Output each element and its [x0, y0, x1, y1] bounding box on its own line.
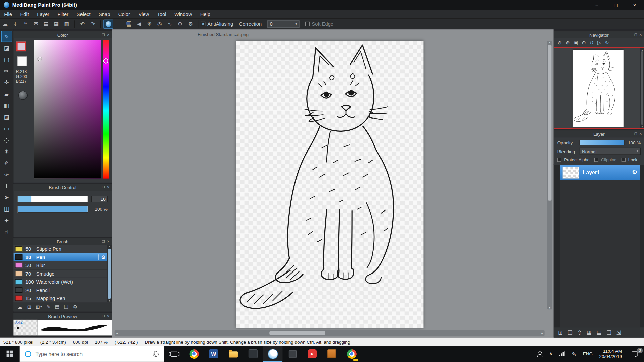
scroll-down-icon[interactable]: ▾ — [549, 306, 550, 309]
grid-icon[interactable]: ▦ — [51, 19, 62, 28]
pen-tool[interactable]: ✎ — [1, 31, 12, 42]
taskbar-app-explorer[interactable] — [223, 346, 243, 362]
layer-row-selected[interactable]: Layer1 ⚙ — [560, 165, 640, 180]
close-icon[interactable]: ✕ — [107, 185, 110, 189]
taskbar-app-dark[interactable] — [243, 346, 263, 362]
close-icon[interactable]: ✕ — [639, 132, 642, 136]
brush-item-pen-selected[interactable]: 10 Pen ⚙ — [13, 253, 107, 261]
drawing-canvas[interactable] — [236, 41, 423, 328]
taskbar-app-word[interactable]: W — [204, 346, 223, 362]
menu-tool[interactable]: Tool — [153, 10, 170, 18]
rotate-cw-icon[interactable]: ↻ — [605, 40, 609, 46]
brush-settings-gear-icon[interactable]: ⚙ — [98, 254, 106, 260]
taskbar-app-orange[interactable] — [322, 346, 342, 362]
task-view-button[interactable] — [164, 346, 184, 362]
menu-filter[interactable]: Filter — [53, 10, 72, 18]
scrollbar-thumb[interactable] — [548, 45, 551, 200]
canvas-horizontal-scrollbar[interactable]: ◂ ▸ — [115, 330, 545, 336]
clipping-checkbox[interactable] — [594, 158, 598, 162]
brush-opacity-slider[interactable] — [18, 206, 88, 213]
divide-tool[interactable]: ◫ — [1, 203, 12, 214]
menu-color[interactable]: Color — [114, 10, 135, 18]
canvas-workspace[interactable]: Finished Starclan cat.png ▴ ▾ ◂ ▸ — [112, 29, 553, 337]
brush-item-watercolor[interactable]: 100 Watercolor (Wet) — [13, 278, 107, 286]
maximize-button[interactable]: □ — [606, 0, 625, 10]
eyedropper-tool[interactable]: ✦ — [1, 215, 12, 226]
menu-select[interactable]: Select — [72, 10, 94, 18]
show-hidden-icons-button[interactable]: ∧ — [546, 346, 556, 362]
scrollbar-thumb[interactable] — [269, 331, 325, 335]
menu-file[interactable]: File — [0, 10, 16, 18]
protect-alpha-checkbox[interactable] — [557, 158, 561, 162]
navigator-scrollbar[interactable]: ▴ ▾ — [640, 48, 644, 128]
pen-settings-button[interactable]: ✎ — [569, 346, 580, 362]
network-button[interactable] — [556, 346, 569, 362]
panel-layout-icon[interactable]: ▥ — [62, 19, 72, 28]
layer-copy-icon[interactable]: ❏ — [607, 329, 611, 336]
delete-brush-icon[interactable]: ♻ — [73, 304, 77, 310]
merge-down-icon[interactable]: ⇲ — [616, 329, 621, 336]
taskbar-app-chrome[interactable] — [184, 346, 204, 362]
new-brush-icon[interactable]: ⊞ — [27, 304, 31, 310]
close-icon[interactable]: ✕ — [107, 33, 110, 37]
scroll-down-icon[interactable]: ▾ — [642, 125, 643, 128]
close-button[interactable]: ✕ — [625, 0, 644, 10]
clock-button[interactable]: 11:04 AM 20/04/2019 — [596, 346, 625, 362]
correction-dropdown[interactable]: 0 ▾ — [267, 20, 300, 28]
foreground-color-swatch[interactable] — [16, 42, 26, 51]
select-erase-tool[interactable]: ✑ — [1, 169, 12, 180]
background-color-swatch[interactable] — [17, 56, 27, 66]
close-icon[interactable]: ✕ — [107, 240, 110, 243]
language-button[interactable]: ENG — [580, 346, 596, 362]
edit-brush-icon[interactable]: ✎ — [46, 304, 50, 310]
layer-list-scrollbar[interactable] — [640, 165, 644, 327]
gradient-tool[interactable]: ▨ — [1, 111, 12, 122]
popout-icon[interactable]: ❐ — [102, 185, 105, 189]
menu-help[interactable]: Help — [196, 10, 214, 18]
taskbar-search[interactable] — [20, 346, 164, 362]
color-wheel-icon[interactable] — [18, 91, 28, 100]
scroll-up-icon[interactable]: ▴ — [642, 48, 643, 51]
brush-item-stipple-pen[interactable]: 50 Stipple Pen — [13, 245, 107, 253]
comment-icon[interactable]: ❝ — [20, 19, 31, 28]
brush-size-value[interactable]: 10 — [91, 196, 108, 202]
layer-folder-icon[interactable]: ▤ — [597, 329, 602, 336]
new-brush-menu-button[interactable]: ⊞▾ — [36, 304, 42, 310]
taskbar-app-chrome-2[interactable] — [342, 346, 362, 362]
canvas-vertical-scrollbar[interactable]: ▴ ▾ — [547, 41, 552, 309]
layer-up-icon[interactable]: ⇧ — [577, 329, 582, 336]
select-tool[interactable]: ▭ — [1, 123, 12, 134]
operation-tool[interactable]: ➤ — [1, 192, 12, 203]
close-icon[interactable]: ✕ — [107, 314, 110, 318]
menu-view[interactable]: View — [134, 10, 153, 18]
popout-icon[interactable]: ❐ — [102, 33, 105, 37]
zoom-in-icon[interactable]: ⊕ — [566, 40, 570, 46]
text-tool[interactable]: T — [1, 180, 12, 191]
brush-tip-curve-button[interactable]: ∿ — [165, 19, 175, 28]
brush-item-smudge[interactable]: 70 Smudge — [13, 269, 107, 278]
color-picker-marker[interactable] — [38, 57, 42, 61]
saturation-value-picker[interactable] — [34, 40, 101, 179]
popout-icon[interactable]: ❐ — [102, 314, 105, 318]
move-tool[interactable]: ✛ — [1, 77, 12, 88]
taskbar-app-player[interactable]: ▶ — [302, 346, 322, 362]
lock-checkbox[interactable] — [622, 158, 626, 162]
brush-item-blur[interactable]: 50 Blur — [13, 261, 107, 269]
wand-tool[interactable]: ✶ — [1, 146, 12, 157]
shape-brush-tool[interactable]: ▢ — [1, 54, 12, 65]
document-tab[interactable]: Finished Starclan cat.png — [112, 29, 334, 39]
scroll-right-icon[interactable]: ▸ — [540, 331, 545, 335]
menu-layer[interactable]: Layer — [33, 10, 53, 18]
bucket-tool[interactable]: ◧ — [1, 100, 12, 111]
blending-dropdown[interactable]: Normal ▾ — [580, 148, 641, 155]
crayon-tool[interactable]: ✏ — [1, 65, 12, 76]
close-icon[interactable]: ✕ — [639, 33, 642, 37]
scroll-down-icon[interactable]: ▾ — [109, 299, 110, 303]
microphone-icon[interactable] — [154, 351, 157, 355]
scroll-up-icon[interactable]: ▴ — [549, 41, 550, 44]
navigator-preview[interactable]: ▴ ▾ — [554, 47, 644, 129]
hue-slider[interactable] — [103, 40, 109, 179]
undo-button[interactable]: ↶ — [77, 19, 88, 28]
page-icon[interactable]: ▤ — [41, 19, 51, 28]
menu-window[interactable]: Window — [170, 10, 196, 18]
